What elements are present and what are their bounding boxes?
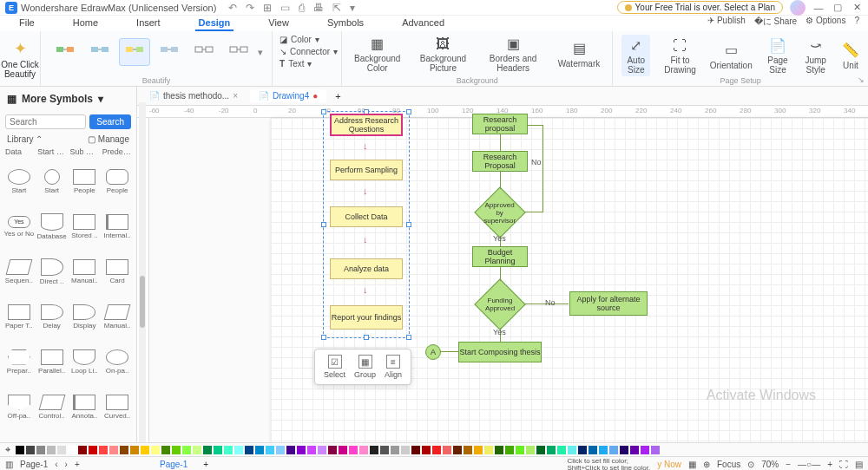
fit-button[interactable]: ⛶Fit to Drawing <box>664 36 696 75</box>
close-tab-icon[interactable]: × <box>233 91 238 101</box>
node-connector-a[interactable]: A <box>425 344 441 360</box>
swatch[interactable] <box>339 446 347 454</box>
select-tool[interactable]: ☑Select <box>324 355 345 379</box>
swatch[interactable] <box>234 446 243 454</box>
menu-design[interactable]: Design <box>195 16 234 31</box>
menu-home[interactable]: Home <box>69 16 102 29</box>
swatch[interactable] <box>286 446 295 454</box>
swatch[interactable] <box>151 446 160 454</box>
swatch[interactable] <box>130 446 139 454</box>
group-tool[interactable]: ▦Group <box>354 355 376 379</box>
swatch[interactable] <box>609 446 618 454</box>
node-analyze-data[interactable]: Analyze data <box>330 258 403 279</box>
publish-button[interactable]: ✈ Publish <box>707 16 746 28</box>
swatch[interactable] <box>474 446 483 454</box>
pagesize-button[interactable]: 📄Page Size <box>766 36 790 75</box>
preset-1[interactable] <box>49 38 81 66</box>
swatch[interactable] <box>68 446 76 454</box>
shape-database[interactable]: Database <box>36 205 68 248</box>
panel-scrollbar[interactable] <box>139 102 146 442</box>
shape-manual[interactable]: Manual.. <box>102 295 133 338</box>
save-icon[interactable]: ⎙ <box>299 2 305 14</box>
swatch[interactable] <box>453 446 462 454</box>
swatch[interactable] <box>203 446 212 454</box>
shape-people[interactable]: People <box>69 160 101 203</box>
swatch[interactable] <box>245 446 253 454</box>
add-tab-icon[interactable]: + <box>330 91 345 101</box>
swatch[interactable] <box>578 446 587 454</box>
swatch[interactable] <box>255 446 264 454</box>
help-icon[interactable]: ? <box>854 16 859 28</box>
node-perform-sampling[interactable]: Perform Sampling <box>330 160 403 180</box>
swatch[interactable] <box>422 446 431 454</box>
shape-start[interactable]: Start <box>36 160 68 203</box>
swatch[interactable] <box>443 446 451 454</box>
close-icon[interactable]: ✕ <box>851 2 863 14</box>
swatch[interactable] <box>47 446 56 454</box>
swatch[interactable] <box>411 446 420 454</box>
swatch[interactable] <box>36 446 45 454</box>
swatch[interactable] <box>78 446 87 454</box>
swatch[interactable] <box>297 446 306 454</box>
shape-people[interactable]: People <box>102 160 133 203</box>
preset-more-icon[interactable]: ▾ <box>258 47 263 58</box>
color-dropdown[interactable]: ◪Color ▾ <box>279 35 334 44</box>
shape-curved[interactable]: Curved.. <box>102 385 133 428</box>
menu-symbols[interactable]: Symbols <box>324 16 367 29</box>
orientation-button[interactable]: ▭Orientation <box>710 42 753 70</box>
bg-color-button[interactable]: ▦Background Color <box>354 35 400 73</box>
open-icon[interactable]: ▭ <box>280 2 290 14</box>
focus-button[interactable]: Focus <box>717 460 740 469</box>
align-tool[interactable]: ≡Align <box>385 355 402 379</box>
swatch[interactable] <box>547 446 556 454</box>
swatch[interactable] <box>620 446 628 454</box>
swatch[interactable] <box>495 446 503 454</box>
borders-button[interactable]: ▣Borders and Headers <box>485 35 540 73</box>
swatch[interactable] <box>505 446 514 454</box>
swatch[interactable] <box>214 446 222 454</box>
swatch[interactable] <box>401 446 410 454</box>
swatch[interactable] <box>89 446 97 454</box>
category-tabs[interactable]: DataStart or..Sub Pro..Predefi.. <box>0 146 136 158</box>
swatch[interactable] <box>349 446 358 454</box>
swatch[interactable] <box>109 446 118 454</box>
swatch[interactable] <box>630 446 639 454</box>
shape-papert[interactable]: Paper T.. <box>3 295 35 338</box>
swatch[interactable] <box>161 446 170 454</box>
shape-onpa[interactable]: On-pa.. <box>102 340 133 383</box>
swatch[interactable] <box>120 446 128 454</box>
shape-control[interactable]: Control.. <box>36 385 68 428</box>
swatch[interactable] <box>391 446 399 454</box>
preset-3[interactable] <box>119 38 150 66</box>
shape-start[interactable]: Start <box>3 160 35 203</box>
autosize-button[interactable]: ⤢Auto Size <box>621 35 650 76</box>
shape-internal[interactable]: Internal.. <box>102 205 133 248</box>
swatch[interactable] <box>370 446 378 454</box>
trial-banner[interactable]: Your Free Trial is over. Select a Plan <box>617 1 783 14</box>
swatch[interactable] <box>307 446 316 454</box>
swatch[interactable] <box>276 446 285 454</box>
pages-icon[interactable]: ▥ <box>5 460 13 469</box>
export-icon[interactable]: ⇱ <box>332 2 341 14</box>
bg-picture-button[interactable]: 🖼Background Picture <box>418 35 468 73</box>
swatch[interactable] <box>568 446 576 454</box>
share-button[interactable]: �に Share <box>754 16 797 28</box>
swatch[interactable] <box>266 446 274 454</box>
preset-2[interactable] <box>84 38 115 66</box>
zoom-slider[interactable]: —○— <box>798 460 820 469</box>
panels-icon[interactable]: ▤ <box>855 460 863 469</box>
shape-prepar[interactable]: Prepar.. <box>3 340 35 383</box>
oneclick-beautify[interactable]: ✦ One Click Beautify <box>0 31 41 86</box>
menu-view[interactable]: View <box>265 16 293 29</box>
swatch[interactable] <box>536 446 545 454</box>
dropdown-icon[interactable]: ▾ <box>98 93 103 105</box>
swatch[interactable] <box>141 446 149 454</box>
shape-yesorno[interactable]: YesYes or No <box>3 205 35 248</box>
redo-icon[interactable]: ↷ <box>246 2 254 14</box>
swatch[interactable] <box>193 446 201 454</box>
swatch[interactable] <box>318 446 326 454</box>
node-report-findings[interactable]: Report your findings <box>330 305 403 330</box>
menu-advanced[interactable]: Advanced <box>398 16 448 29</box>
user-avatar[interactable] <box>790 0 806 16</box>
pagesetup-launcher-icon[interactable]: ↘ <box>858 75 865 84</box>
